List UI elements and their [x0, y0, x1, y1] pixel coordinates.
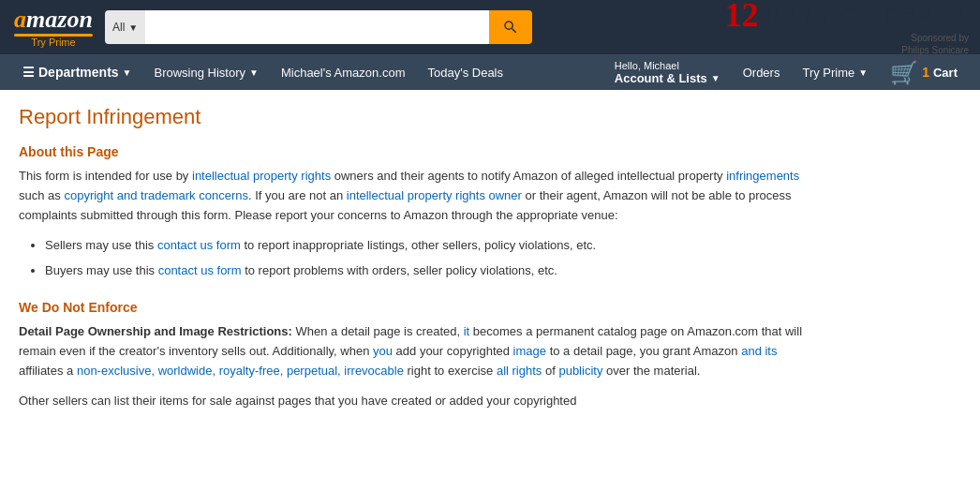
chevron-down-icon: ▼ [711, 73, 720, 83]
amazon-logo[interactable]: amazon Try Prime [11, 7, 96, 48]
about-section: About this Page This form is intended fo… [19, 144, 824, 281]
about-section-title: About this Page [19, 144, 824, 159]
ip-rights-owner-link[interactable]: intellectual property rights owner [347, 188, 522, 202]
infringements-link[interactable]: infringements [726, 169, 799, 183]
nav-account-lists: Account & Lists ▼ [615, 71, 720, 85]
sellers-bullet: Sellers may use this contact us form to … [45, 236, 824, 256]
chevron-down-icon: ▼ [249, 67, 259, 78]
promo-banner: 12 DAYS OF DEALS Sponsored by Philips So… [542, 0, 969, 56]
main-content: Report Infringement About this Page This… [0, 90, 843, 438]
logo-highlight: a [14, 6, 26, 33]
about-body-text: This form is intended for use by intelle… [19, 167, 824, 225]
venue-list: Sellers may use this contact us form to … [19, 236, 824, 281]
buyers-contact-link[interactable]: contact us form [158, 263, 242, 277]
we-do-not-enforce-section: We Do Not Enforce Detail Page Ownership … [19, 300, 824, 411]
search-input[interactable] [145, 10, 489, 44]
nav-cart[interactable]: 🛒 1 Cart [879, 58, 969, 86]
chevron-down-icon: ▼ [123, 67, 132, 78]
promo-sponsored: Sponsored by Philips Sonicare [901, 32, 969, 56]
publicity-link[interactable]: publicity [558, 364, 602, 378]
nav-todays-deals[interactable]: Today's Deals [416, 54, 514, 90]
nav-orders[interactable]: Orders [732, 54, 792, 90]
hamburger-icon: ☰ [22, 65, 35, 80]
promo-number: 12 [725, 0, 759, 32]
sellers-contact-link[interactable]: contact us form [157, 238, 241, 252]
nav-browsing-history[interactable]: Browsing History ▼ [143, 54, 270, 90]
promo-main: 12 DAYS OF DEALS [725, 0, 969, 32]
we-do-not-enforce-title: We Do Not Enforce [19, 300, 824, 315]
chevron-down-icon: ▼ [128, 22, 138, 33]
other-sellers-text: Other sellers can list their items for s… [19, 392, 824, 411]
and-its-link[interactable]: and its [741, 344, 777, 358]
image-link[interactable]: image [513, 344, 546, 358]
header-nav: ☰ Departments ▼ Browsing History ▼ Micha… [0, 54, 980, 90]
nav-hello-text: Hello, Michael [615, 60, 679, 71]
logo-try-prime-link[interactable]: Try Prime [31, 37, 75, 48]
sellers-text-before: Sellers may use this [45, 238, 157, 252]
search-icon [502, 19, 519, 36]
non-exclusive-link[interactable]: non-exclusive, worldwide, royalty-free, … [77, 364, 404, 378]
detail-page-text: Detail Page Ownership and Image Restrict… [19, 322, 824, 380]
ip-rights-link[interactable]: intellectual property rights [192, 169, 331, 183]
nav-account[interactable]: Hello, Michael Account & Lists ▼ [603, 56, 732, 89]
search-button[interactable] [489, 10, 532, 44]
you-link[interactable]: you [373, 344, 393, 358]
cart-icon: 🛒 [890, 60, 918, 86]
promo-text: DAYS OF DEALS [765, 2, 969, 28]
search-category-label: All [112, 21, 125, 34]
logo-text: amazon [14, 7, 93, 37]
nav-michaels-amazon[interactable]: Michael's Amazon.com [270, 54, 417, 90]
buyers-bullet: Buyers may use this contact us form to r… [45, 261, 824, 281]
buyers-text-after: to report problems with orders, seller p… [242, 263, 557, 277]
nav-try-prime[interactable]: Try Prime ▼ [791, 54, 879, 90]
buyers-text-before: Buyers may use this [45, 263, 158, 277]
nav-departments[interactable]: ☰ Departments ▼ [11, 54, 143, 90]
sellers-text-after: to report inappropriate listings, other … [241, 238, 596, 252]
detail-page-label: Detail Page Ownership and Image Restrict… [19, 324, 292, 338]
header-top: amazon Try Prime All ▼ 12 DAYS OF DEALS … [0, 0, 980, 54]
cart-count: 1 [922, 65, 929, 80]
search-bar: All ▼ [105, 10, 532, 44]
page-title: Report Infringement [19, 105, 824, 129]
search-category-selector[interactable]: All ▼ [105, 10, 145, 44]
copyright-link[interactable]: copyright and trademark concerns [64, 188, 248, 202]
all-rights-link[interactable]: all rights [497, 364, 542, 378]
detail-page-section: Detail Page Ownership and Image Restrict… [19, 322, 824, 380]
chevron-down-icon: ▼ [858, 67, 868, 78]
